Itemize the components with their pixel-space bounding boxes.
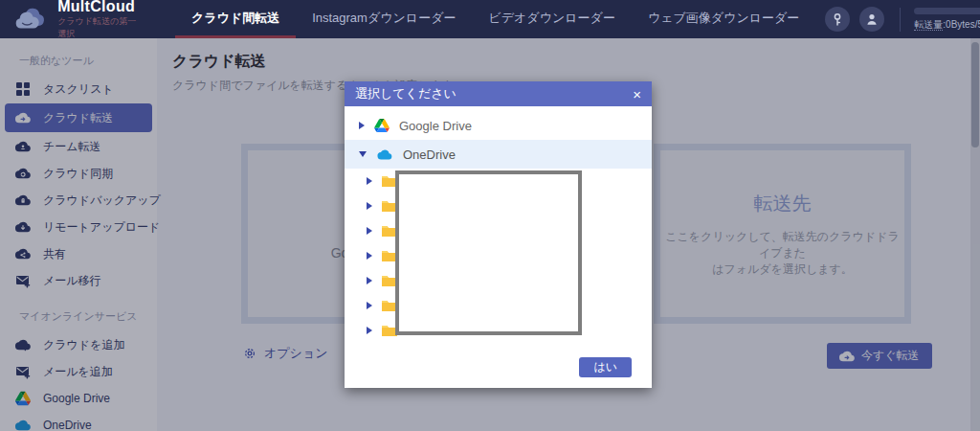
expander-collapsed-icon[interactable] bbox=[367, 302, 372, 309]
key-button[interactable] bbox=[825, 7, 850, 32]
brand-name: MultCloud bbox=[57, 0, 141, 14]
dialog-body: Google Drive OneDrive はい bbox=[345, 106, 652, 388]
expander-collapsed-icon[interactable] bbox=[367, 252, 372, 260]
google-drive-icon bbox=[374, 119, 390, 132]
dialog-title: 選択してください bbox=[355, 85, 457, 102]
privacy-mask bbox=[395, 170, 582, 335]
nav-item-cloud-transfer[interactable]: クラウド間転送 bbox=[175, 0, 296, 38]
account-button[interactable] bbox=[859, 7, 884, 32]
usage-value: :0Bytes/5GB bbox=[943, 19, 980, 30]
nav-item-video-downloader[interactable]: ビデオダウンローダー bbox=[472, 0, 631, 38]
expander-expanded-icon[interactable] bbox=[359, 151, 367, 157]
expander-collapsed-icon[interactable] bbox=[367, 277, 372, 284]
usage-meter: 転送量:0Bytes/5GB bbox=[900, 8, 980, 32]
multcloud-logo-icon bbox=[13, 6, 50, 33]
onedrive-icon bbox=[376, 147, 393, 162]
usage-label: 転送量:0Bytes/5GB bbox=[914, 18, 980, 32]
expander-collapsed-icon[interactable] bbox=[367, 177, 372, 185]
expander-collapsed-icon[interactable] bbox=[367, 202, 372, 210]
nav-menu: クラウド間転送 Instagramダウンローダー ビデオダウンローダー ウェブ画… bbox=[175, 0, 815, 38]
dialog-header: 選択してください × bbox=[345, 81, 652, 106]
user-icon bbox=[864, 11, 880, 27]
nav-right-group: 転送量:0Bytes/5GB アップグレード 70% OFF bbox=[815, 0, 980, 38]
expander-collapsed-icon[interactable] bbox=[367, 327, 372, 334]
usage-progressbar bbox=[914, 8, 980, 14]
expander-collapsed-icon[interactable] bbox=[367, 227, 372, 235]
nav-item-web-image-downloader[interactable]: ウェブ画像ダウンローダー bbox=[632, 0, 815, 38]
cloud-select-dialog: 選択してください × Google Drive OneDrive bbox=[345, 81, 652, 388]
tree-item-google-drive[interactable]: Google Drive bbox=[345, 111, 652, 140]
expander-collapsed-icon[interactable] bbox=[359, 122, 365, 129]
tree-item-label: Google Drive bbox=[399, 119, 472, 133]
brand-logo[interactable]: MultCloud クラウド転送の第一選択 bbox=[13, 0, 141, 40]
usage-term: 転送量 bbox=[914, 19, 943, 31]
key-icon bbox=[830, 11, 845, 27]
nav-item-instagram-downloader[interactable]: Instagramダウンローダー bbox=[296, 0, 472, 38]
confirm-button[interactable]: はい bbox=[579, 357, 632, 377]
top-navbar: MultCloud クラウド転送の第一選択 クラウド間転送 Instagramダ… bbox=[0, 0, 980, 38]
brand-tagline: クラウド転送の第一選択 bbox=[57, 15, 141, 40]
tree-item-onedrive[interactable]: OneDrive bbox=[345, 140, 652, 169]
tree-item-label: OneDrive bbox=[403, 147, 456, 162]
close-icon[interactable]: × bbox=[633, 87, 641, 102]
